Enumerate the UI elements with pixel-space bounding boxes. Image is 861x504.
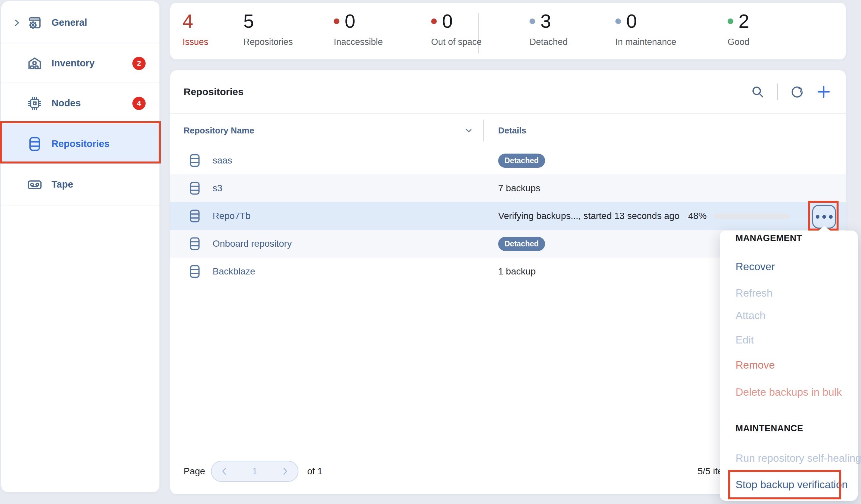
repository-icon	[188, 153, 202, 168]
inaccessible-label: Inaccessible	[334, 37, 383, 47]
menu-item-run-repository-self-healing: Run repository self-healing	[736, 451, 861, 465]
detached-label: Detached	[530, 37, 568, 47]
inaccessible-count: 0	[345, 11, 355, 32]
good-count: 2	[739, 11, 749, 32]
column-repository-name[interactable]: Repository Name	[183, 125, 254, 136]
issues-count: 4	[182, 11, 208, 32]
repository-details: 7 backups	[498, 183, 839, 193]
sidebar-item-tape[interactable]: Tape	[1, 164, 160, 204]
stat-good: 2 Good	[728, 11, 749, 47]
repository-icon	[188, 208, 202, 223]
tape-icon	[27, 177, 43, 193]
status-dot	[728, 18, 733, 24]
column-details: Details	[498, 125, 526, 136]
repository-name[interactable]: s3	[213, 183, 222, 193]
repository-icon	[188, 236, 202, 251]
sidebar-item-label: Nodes	[52, 98, 81, 109]
issues-label: Issues	[182, 37, 208, 47]
out-of-space-label: Out of space	[431, 37, 482, 47]
nodes-count-badge: 4	[132, 97, 146, 110]
stat-repositories: 5 Repositories	[243, 11, 293, 47]
row-actions-button[interactable]	[812, 205, 836, 229]
menu-item-delete-backups-in-bulk[interactable]: Delete backups in bulk	[736, 385, 842, 399]
menu-item-attach: Attach	[736, 309, 766, 322]
menu-section-maintenance: MAINTENANCE	[736, 423, 803, 434]
sidebar-item-general[interactable]: General	[1, 3, 160, 43]
sidebar-item-label: Inventory	[52, 58, 95, 69]
stat-in-maintenance: 0 In maintenance	[615, 11, 676, 47]
status-summary-bar: 4 Issues 5 Repositories 0 Inaccessible 0…	[170, 3, 846, 59]
repository-icon	[188, 264, 202, 279]
page-stepper: 1	[211, 461, 298, 482]
good-label: Good	[728, 37, 749, 47]
stat-issues: 4 Issues	[182, 11, 208, 47]
stat-inaccessible: 0 Inaccessible	[334, 11, 383, 47]
status-dot	[334, 18, 339, 24]
menu-item-refresh: Refresh	[736, 286, 773, 300]
out-of-space-count: 0	[442, 11, 453, 32]
sidebar: General Inventory 2 Nodes 4	[1, 1, 160, 492]
chevron-right-icon[interactable]	[12, 18, 22, 27]
menu-item-edit: Edit	[736, 333, 754, 347]
sidebar-item-label: Repositories	[52, 138, 110, 149]
status-badge: Detached	[498, 153, 545, 168]
chevron-down-icon[interactable]	[464, 125, 474, 135]
stat-detached: 3 Detached	[530, 11, 568, 47]
divider	[1, 205, 160, 205]
detached-count: 3	[541, 11, 551, 32]
stat-out-of-space: 0 Out of space	[431, 11, 482, 47]
inventory-icon	[27, 55, 43, 71]
repositories-count: 5	[243, 11, 293, 32]
divider	[777, 84, 778, 100]
sidebar-item-label: General	[52, 17, 87, 28]
menu-item-stop-backup-verification[interactable]: Stop backup verification	[736, 478, 848, 491]
page-label: Page	[183, 466, 205, 477]
divider	[483, 120, 484, 141]
search-icon[interactable]	[751, 85, 765, 99]
panel-header: Repositories	[170, 70, 846, 114]
status-dot	[431, 18, 437, 24]
repository-name[interactable]: Onboard repository	[213, 239, 292, 249]
menu-section-management: MANAGEMENT	[736, 233, 802, 243]
page-of-label: of 1	[307, 466, 323, 477]
in-maintenance-label: In maintenance	[615, 37, 676, 47]
sidebar-item-repositories[interactable]: Repositories	[1, 124, 160, 164]
repositories-label: Repositories	[243, 37, 293, 47]
progress-bar	[714, 214, 790, 219]
chip-icon	[27, 95, 43, 111]
menu-pointer-notch	[818, 226, 831, 231]
repository-icon	[188, 181, 202, 196]
repository-name[interactable]: Repo7Tb	[213, 211, 250, 221]
add-repository-button[interactable]	[817, 85, 831, 99]
sidebar-item-nodes[interactable]: Nodes 4	[1, 83, 160, 123]
table-row-saas[interactable]: saas Detached	[170, 147, 846, 174]
verification-status-text: Verifying backups..., started 13 seconds…	[498, 211, 680, 221]
menu-item-remove[interactable]: Remove	[736, 358, 775, 372]
inventory-count-badge: 2	[132, 57, 146, 70]
repository-name[interactable]: saas	[213, 155, 232, 166]
status-dot	[615, 18, 621, 24]
progress-percent: 48%	[688, 211, 707, 221]
row-actions-context-menu: MANAGEMENT Recover Refresh Attach Edit R…	[720, 231, 858, 501]
table-row-repo7tb[interactable]: Repo7Tb Verifying backups..., started 13…	[170, 202, 846, 230]
status-badge: Detached	[498, 237, 545, 251]
page-title: Repositories	[183, 86, 244, 97]
previous-page-button[interactable]	[220, 467, 229, 476]
next-page-button[interactable]	[281, 467, 289, 476]
repository-icon	[27, 136, 43, 152]
table-header: Repository Name Details	[170, 114, 846, 147]
in-maintenance-count: 0	[626, 11, 637, 32]
menu-item-recover[interactable]: Recover	[736, 260, 775, 273]
status-dot	[530, 18, 535, 24]
repository-name[interactable]: Backblaze	[213, 266, 255, 277]
settings-window-icon	[27, 15, 43, 31]
sidebar-item-inventory[interactable]: Inventory 2	[1, 43, 160, 83]
sidebar-item-label: Tape	[52, 179, 73, 190]
table-row-s3[interactable]: s3 7 backups	[170, 174, 846, 202]
refresh-icon[interactable]	[790, 85, 804, 99]
current-page-number: 1	[252, 466, 258, 477]
